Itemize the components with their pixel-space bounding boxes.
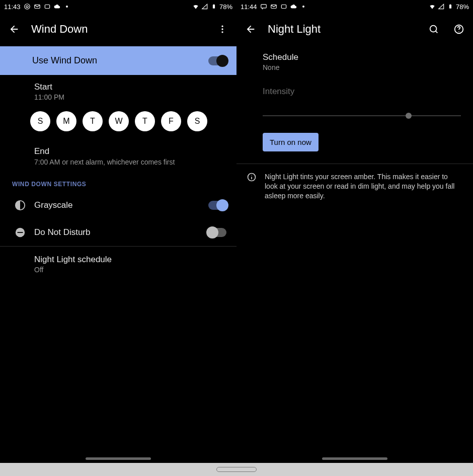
dnd-icon [10, 227, 30, 238]
wifi-icon [429, 3, 436, 10]
section-header: WIND DOWN SETTINGS [0, 172, 236, 192]
status-bar: 11:43 78% [0, 0, 236, 13]
app-bar: Wind Down [0, 13, 236, 41]
search-button[interactable] [426, 21, 442, 37]
mail-icon [270, 3, 277, 10]
footer-bar [0, 463, 473, 476]
page-title: Night Light [268, 23, 321, 36]
day-chip-sat[interactable]: S [187, 111, 207, 131]
start-row[interactable]: Start 11:00 PM [0, 75, 236, 106]
end-label: End [34, 146, 226, 156]
start-value: 11:00 PM [34, 93, 226, 101]
svg-point-6 [221, 26, 223, 27]
use-wind-down-switch[interactable] [208, 56, 226, 65]
svg-rect-14 [281, 5, 286, 9]
home-indicator[interactable] [86, 457, 151, 460]
start-label: Start [34, 82, 226, 92]
rect-icon [44, 3, 51, 10]
turn-on-now-button[interactable]: Turn on now [263, 133, 319, 151]
dot-icon [302, 6, 304, 8]
cloud-icon [54, 3, 61, 10]
screen-night-light: 11:44 78% Night Light [236, 0, 473, 463]
schedule-value: None [263, 63, 461, 71]
svg-rect-16 [450, 4, 451, 5]
svg-point-22 [251, 175, 252, 176]
status-time: 11:43 [4, 3, 21, 11]
use-wind-down-row[interactable]: Use Wind Down [0, 46, 236, 75]
svg-rect-11 [18, 232, 23, 233]
battery-icon [210, 3, 217, 10]
screen-wind-down: 11:43 78% Wind Down [0, 0, 236, 463]
dot-icon [66, 6, 68, 8]
end-value: 7:00 AM or next alarm, whichever comes f… [34, 157, 215, 167]
svg-rect-3 [45, 5, 49, 9]
cloud-icon [290, 3, 297, 10]
day-selector: S M T W T F S [0, 106, 236, 139]
status-battery: 78% [456, 3, 469, 11]
back-button[interactable] [6, 21, 22, 37]
back-button[interactable] [243, 21, 259, 37]
day-chip-thu[interactable]: T [135, 111, 155, 131]
chrome-icon [24, 3, 31, 10]
intensity-label: Intensity [263, 87, 461, 97]
svg-rect-15 [449, 5, 451, 9]
day-chip-fri[interactable]: F [161, 111, 181, 131]
moon-icon [10, 259, 30, 269]
battery-icon [447, 3, 454, 10]
day-chip-mon[interactable]: M [56, 111, 76, 131]
slider-thumb[interactable] [406, 113, 412, 119]
info-text: Night Light tints your screen amber. Thi… [265, 172, 461, 201]
signal-icon [201, 3, 208, 10]
day-chip-wed[interactable]: W [109, 111, 129, 131]
svg-point-0 [24, 4, 30, 10]
svg-rect-5 [213, 4, 214, 5]
dnd-row[interactable]: Do Not Disturb [0, 219, 236, 246]
intensity-row: Intensity [236, 75, 473, 101]
grayscale-label: Grayscale [34, 200, 208, 210]
rect-icon [280, 3, 287, 10]
night-light-schedule-row[interactable]: Night Light schedule Off [0, 247, 236, 282]
grayscale-row[interactable]: Grayscale [0, 192, 236, 219]
mail-icon [34, 3, 41, 10]
help-button[interactable] [451, 21, 467, 37]
status-time: 11:44 [241, 3, 257, 11]
svg-rect-12 [261, 5, 266, 8]
grayscale-switch[interactable] [208, 201, 226, 210]
status-bar: 11:44 78% [236, 0, 473, 13]
svg-point-17 [430, 26, 437, 32]
overflow-menu-button[interactable] [214, 21, 230, 37]
svg-point-1 [26, 6, 28, 8]
svg-rect-4 [213, 5, 215, 9]
wifi-icon [192, 3, 199, 10]
grayscale-icon [10, 200, 30, 211]
intensity-slider[interactable] [263, 111, 461, 121]
schedule-label: Schedule [263, 52, 461, 62]
end-row[interactable]: End 7:00 AM or next alarm, whichever com… [0, 139, 236, 172]
svg-point-8 [221, 31, 223, 33]
message-icon [260, 3, 267, 10]
night-light-value: Off [34, 266, 226, 274]
footer-pill [216, 467, 257, 472]
use-wind-down-label: Use Wind Down [12, 55, 208, 66]
svg-point-7 [221, 28, 223, 30]
day-chip-tue[interactable]: T [83, 111, 103, 131]
day-chip-sun[interactable]: S [30, 111, 50, 131]
info-row: Night Light tints your screen amber. Thi… [236, 164, 473, 209]
dnd-label: Do Not Disturb [34, 227, 208, 237]
info-icon [247, 172, 257, 201]
home-indicator[interactable] [322, 457, 387, 460]
dnd-switch[interactable] [208, 228, 226, 237]
svg-point-19 [458, 31, 459, 32]
app-bar: Night Light [236, 13, 473, 41]
night-light-label: Night Light schedule [34, 255, 226, 265]
page-title: Wind Down [31, 23, 88, 36]
signal-icon [438, 3, 445, 10]
schedule-row[interactable]: Schedule None [236, 45, 473, 75]
status-battery: 78% [219, 3, 232, 11]
